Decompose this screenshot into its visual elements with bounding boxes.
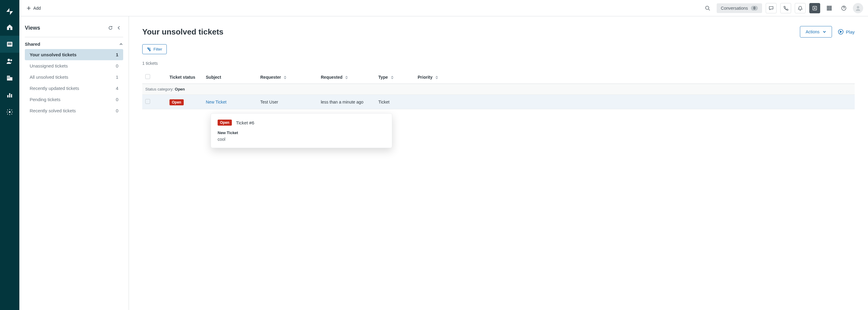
view-item-label: Recently updated tickets <box>30 86 79 91</box>
ticket-table: Ticket status Subject Requester Requeste… <box>142 70 471 109</box>
nav-admin[interactable] <box>0 103 19 121</box>
collapse-icon[interactable] <box>115 24 123 32</box>
shared-section-header[interactable]: Shared <box>25 37 123 49</box>
ticket-count: 1 tickets <box>142 61 471 66</box>
view-item[interactable]: All unsolved tickets1 <box>25 71 123 83</box>
main-header: Your unsolved tickets Actions Play <box>142 26 471 37</box>
tooltip-title: Ticket #6 <box>236 120 254 125</box>
svg-rect-5 <box>7 76 10 81</box>
svg-point-14 <box>9 111 10 113</box>
view-item-label: All unsolved tickets <box>30 74 68 80</box>
topbar: Add Conversations 0 <box>19 0 471 17</box>
nav-rail <box>0 0 19 169</box>
select-all-checkbox[interactable] <box>145 74 150 79</box>
nav-reporting[interactable] <box>0 87 19 103</box>
svg-rect-8 <box>9 76 9 77</box>
tooltip-subject: New Ticket <box>218 130 385 135</box>
brand-logo[interactable] <box>0 4 19 19</box>
row-status-pill: Open <box>169 99 184 105</box>
ticket-preview-tooltip: Open Ticket #6 New Ticket cool <box>211 113 392 148</box>
view-item-label: Recently solved tickets <box>30 108 76 113</box>
add-button[interactable]: Add <box>24 4 43 12</box>
svg-rect-13 <box>11 94 12 97</box>
add-button-label: Add <box>33 6 41 10</box>
row-checkbox[interactable] <box>145 99 150 104</box>
views-header: Views <box>25 24 123 37</box>
view-item[interactable]: Recently solved tickets0 <box>25 105 123 116</box>
svg-rect-10 <box>9 78 9 79</box>
nav-views[interactable] <box>0 36 19 53</box>
view-item-label: Pending tickets <box>30 97 61 102</box>
group-value: Open <box>175 87 185 91</box>
svg-rect-11 <box>7 95 8 97</box>
table-row[interactable]: OpenNew TicketTest Userless than a minut… <box>142 95 471 109</box>
view-item-count: 0 <box>116 63 118 68</box>
view-item-count: 1 <box>116 52 118 57</box>
svg-rect-2 <box>8 44 11 45</box>
row-priority <box>415 95 471 109</box>
nav-home[interactable] <box>0 19 19 36</box>
svg-rect-6 <box>10 77 12 81</box>
view-item-label: Your unsolved tickets <box>30 52 76 57</box>
col-requester[interactable]: Requester <box>257 70 318 84</box>
svg-rect-7 <box>7 76 8 77</box>
view-item[interactable]: Unassigned tickets0 <box>25 60 123 71</box>
svg-rect-9 <box>7 78 8 79</box>
row-subject-link[interactable]: New Ticket <box>206 100 226 104</box>
tooltip-body: cool <box>218 137 385 142</box>
tooltip-status-pill: Open <box>218 120 232 126</box>
refresh-icon[interactable] <box>106 24 115 32</box>
view-item-count: 0 <box>116 97 118 102</box>
row-requester: Test User <box>257 95 318 109</box>
group-row: Status category: Open <box>142 84 471 95</box>
filter-button-label: Filter <box>153 47 162 52</box>
svg-point-4 <box>10 59 12 61</box>
row-requested: less than a minute ago <box>318 95 375 109</box>
view-item[interactable]: Pending tickets0 <box>25 94 123 105</box>
col-status[interactable]: Ticket status <box>166 70 203 84</box>
filter-button[interactable]: Filter <box>142 44 167 54</box>
view-item[interactable]: Your unsolved tickets1 <box>25 49 123 60</box>
svg-rect-1 <box>8 43 11 43</box>
page-title: Your unsolved tickets <box>142 27 223 37</box>
group-prefix: Status category: <box>145 87 175 91</box>
view-item[interactable]: Recently updated tickets4 <box>25 83 123 94</box>
view-item-count: 4 <box>116 86 118 91</box>
nav-customers[interactable] <box>0 53 19 70</box>
col-subject[interactable]: Subject <box>203 70 257 84</box>
views-panel: Views Shared Your unsolved tickets1Unass… <box>19 17 129 169</box>
view-item-label: Unassigned tickets <box>30 63 68 68</box>
view-list: Your unsolved tickets1Unassigned tickets… <box>25 49 123 116</box>
nav-organizations[interactable] <box>0 70 19 87</box>
shared-section-label: Shared <box>25 41 40 46</box>
svg-rect-12 <box>9 93 10 97</box>
col-type[interactable]: Type <box>375 70 415 84</box>
views-title: Views <box>25 25 40 31</box>
col-priority[interactable]: Priority <box>415 70 471 84</box>
view-item-count: 0 <box>116 108 118 113</box>
svg-point-3 <box>7 59 10 61</box>
row-type: Ticket <box>375 95 415 109</box>
col-requested[interactable]: Requested <box>318 70 375 84</box>
view-item-count: 1 <box>116 74 118 80</box>
